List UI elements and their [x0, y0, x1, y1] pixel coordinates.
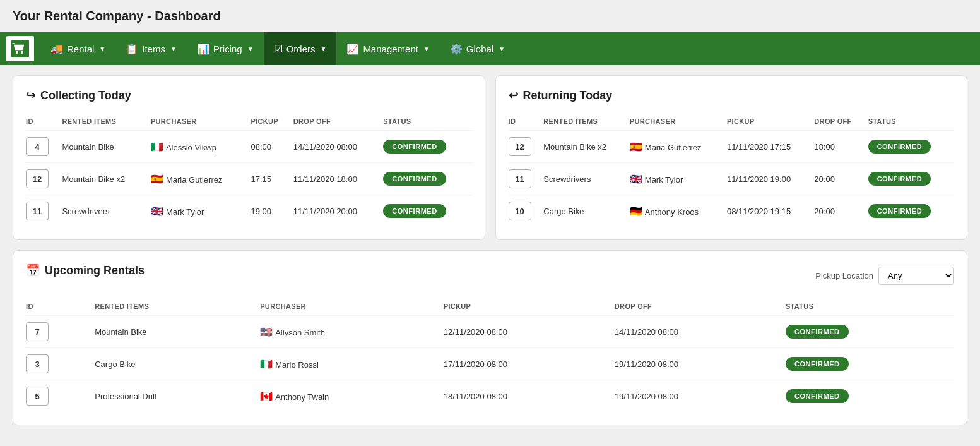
cell-pickup: 17:15 [251, 163, 293, 195]
pickup-location-select[interactable]: Any Location 1 Location 2 [878, 267, 954, 285]
col-status: STATUS [868, 112, 954, 131]
returning-today-panel: ↩ Returning Today ID RENTED ITEMS PURCHA… [495, 75, 968, 240]
flag-icon: 🇪🇸 [630, 142, 642, 152]
cell-dropoff: 19/11/2020 08:00 [615, 380, 786, 413]
col-id: ID [26, 112, 62, 131]
cell-id: 12 [26, 163, 62, 195]
nav-item-pricing[interactable]: 📊 Pricing ▼ [187, 32, 264, 65]
cell-purchaser: 🇪🇸Maria Gutierrez [151, 163, 251, 195]
col-pickup: PICKUP [251, 112, 293, 131]
cell-id: 12 [509, 131, 544, 163]
cell-status: CONFIRMED [868, 131, 954, 163]
status-badge: CONFIRMED [383, 140, 446, 154]
col-dropoff: DROP OFF [293, 112, 383, 131]
cell-status: CONFIRMED [868, 163, 954, 195]
table-row: 12 Mountain Bike x2 🇪🇸Maria Gutierrez 11… [509, 131, 955, 163]
table-row: 11 Screwdrivers 🇬🇧Mark Tylor 19:00 11/11… [26, 195, 472, 227]
status-badge: CONFIRMED [786, 357, 849, 371]
management-icon: 📈 [346, 43, 359, 55]
col-pickup: PICKUP [444, 298, 615, 316]
cell-purchaser: 🇩🇪Anthony Kroos [630, 195, 727, 227]
cell-pickup: 11/11/2020 19:00 [727, 163, 814, 195]
returning-today-title: ↩ Returning Today [509, 88, 955, 102]
flag-icon: 🇺🇸 [260, 327, 273, 337]
cell-status: CONFIRMED [786, 348, 954, 380]
col-purchaser: PURCHASER [151, 112, 251, 131]
status-badge: CONFIRMED [383, 172, 446, 186]
cell-purchaser: 🇪🇸Maria Gutierrez [630, 131, 727, 163]
flag-icon: 🇨🇦 [260, 391, 273, 402]
col-rented-items: RENTED ITEMS [95, 298, 260, 316]
nav-item-rental[interactable]: 🚚 Rental ▼ [40, 32, 115, 65]
cell-item: Mountain Bike x2 [543, 131, 630, 163]
cell-item: Mountain Bike [95, 316, 260, 348]
cell-item: Mountain Bike x2 [62, 163, 151, 195]
returning-icon: ↩ [509, 88, 518, 102]
cell-purchaser: 🇺🇸Allyson Smith [260, 316, 444, 348]
table-row: 3 Cargo Bike 🇮🇹Mario Rossi 17/11/2020 08… [26, 348, 954, 380]
col-purchaser: PURCHASER [630, 112, 727, 131]
items-icon: 📋 [126, 43, 138, 55]
upcoming-rentals-table: ID RENTED ITEMS PURCHASER PICKUP DROP OF… [26, 298, 954, 412]
cell-status: CONFIRMED [786, 316, 954, 348]
cell-id: 5 [26, 380, 95, 413]
svg-point-1 [16, 51, 18, 54]
status-badge: CONFIRMED [383, 204, 446, 218]
cell-id: 4 [26, 131, 62, 163]
cell-item: Cargo Bike [543, 195, 630, 227]
status-badge: CONFIRMED [786, 325, 849, 339]
cell-item: Mountain Bike [62, 131, 151, 163]
cell-item: Cargo Bike [95, 348, 260, 380]
cell-pickup: 08/11/2020 19:15 [727, 195, 814, 227]
cell-dropoff: 20:00 [814, 195, 868, 227]
orders-icon: ☑ [274, 43, 283, 55]
col-id: ID [509, 112, 544, 131]
cell-pickup: 12/11/2020 08:00 [444, 316, 615, 348]
nav-item-items[interactable]: 📋 Items ▼ [115, 32, 187, 65]
collecting-today-panel: ↪ Collecting Today ID RENTED ITEMS PURCH… [13, 75, 485, 240]
col-pickup: PICKUP [727, 112, 814, 131]
status-badge: CONFIRMED [868, 140, 931, 154]
cell-id: 3 [26, 348, 95, 380]
rental-icon: 🚚 [50, 43, 63, 55]
status-badge: CONFIRMED [868, 204, 931, 218]
pickup-location-filter: Pickup Location Any Location 1 Location … [815, 267, 954, 285]
nav-item-orders[interactable]: ☑ Orders ▼ [264, 32, 337, 65]
cell-id: 7 [26, 316, 95, 348]
returning-today-table: ID RENTED ITEMS PURCHASER PICKUP DROP OF… [509, 112, 955, 227]
cell-id: 10 [509, 195, 544, 227]
table-row: 11 Screwdrivers 🇬🇧Mark Tylor 11/11/2020 … [509, 163, 955, 195]
table-row: 10 Cargo Bike 🇩🇪Anthony Kroos 08/11/2020… [509, 195, 955, 227]
logo[interactable] [5, 35, 35, 63]
nav-item-management[interactable]: 📈 Management ▼ [336, 32, 439, 65]
navbar: 🚚 Rental ▼ 📋 Items ▼ 📊 Pricing ▼ ☑ Order… [0, 32, 980, 65]
global-icon: ⚙️ [450, 43, 463, 55]
col-rented-items: RENTED ITEMS [62, 112, 151, 131]
collecting-icon: ↪ [26, 88, 35, 102]
flag-icon: 🇮🇹 [151, 142, 163, 152]
status-badge: CONFIRMED [868, 172, 931, 186]
cell-item: Screwdrivers [62, 195, 151, 227]
cell-status: CONFIRMED [383, 131, 471, 163]
nav-item-global[interactable]: ⚙️ Global ▼ [440, 32, 515, 65]
cell-pickup: 17/11/2020 08:00 [444, 348, 615, 380]
upcoming-rentals-title: 📅 Upcoming Rentals [26, 263, 145, 277]
cell-dropoff: 11/11/2020 20:00 [293, 195, 383, 227]
cell-dropoff: 18:00 [814, 131, 868, 163]
top-panels: ↪ Collecting Today ID RENTED ITEMS PURCH… [13, 75, 967, 240]
cell-purchaser: 🇬🇧Mark Tylor [151, 195, 251, 227]
cell-id: 11 [509, 163, 544, 195]
upcoming-rentals-panel: 📅 Upcoming Rentals Pickup Location Any L… [13, 250, 967, 425]
flag-icon: 🇬🇧 [630, 174, 642, 184]
collecting-today-table: ID RENTED ITEMS PURCHASER PICKUP DROP OF… [26, 112, 472, 227]
col-dropoff: DROP OFF [814, 112, 868, 131]
table-row: 5 Professional Drill 🇨🇦Anthony Twain 18/… [26, 380, 954, 413]
calendar-icon: 📅 [26, 263, 40, 277]
collecting-today-title: ↪ Collecting Today [26, 88, 472, 102]
cell-dropoff: 19/11/2020 08:00 [615, 348, 786, 380]
page-title: Your Rental Company - Dashboard [0, 0, 980, 32]
col-status: STATUS [383, 112, 471, 131]
cell-pickup: 18/11/2020 08:00 [444, 380, 615, 413]
upcoming-header: 📅 Upcoming Rentals Pickup Location Any L… [26, 263, 954, 287]
main-content: ↪ Collecting Today ID RENTED ITEMS PURCH… [0, 65, 980, 435]
